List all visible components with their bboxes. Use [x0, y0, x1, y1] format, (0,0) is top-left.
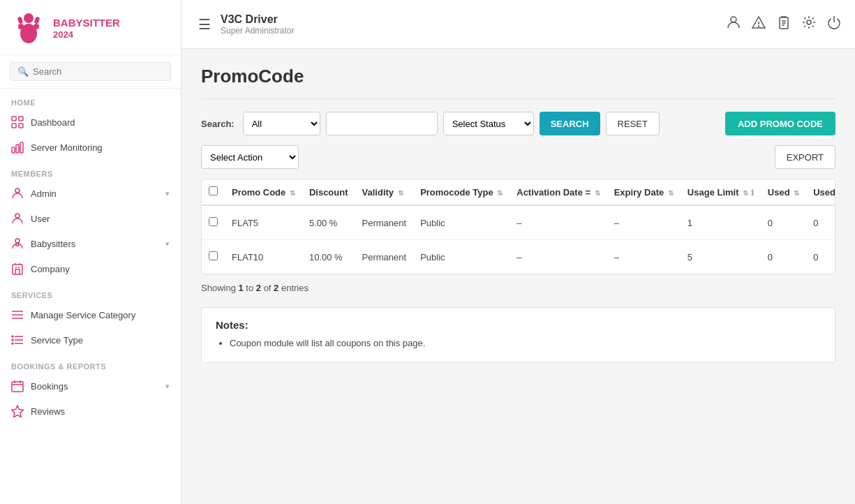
sidebar-item-admin[interactable]: Admin ▾ — [0, 181, 181, 206]
calendar-icon — [11, 380, 24, 392]
notes-list: Coupon module will list all coupons on t… — [216, 338, 821, 348]
sort-icon-usage[interactable]: ⇅ — [743, 189, 748, 197]
svg-point-19 — [12, 339, 13, 341]
reset-button[interactable]: RESET — [606, 112, 660, 135]
sidebar-item-server-monitoring[interactable]: Server Monitoring — [0, 135, 181, 160]
page-title: PromoCode — [201, 66, 835, 87]
td-check-2 — [202, 240, 225, 274]
action-bar: Select Action Delete EXPORT — [201, 145, 835, 169]
search-text-input[interactable] — [326, 112, 438, 135]
svg-rect-9 — [19, 124, 23, 128]
nav-section-home: HOME — [0, 89, 181, 110]
select-all-checkbox[interactable] — [209, 186, 218, 195]
row-checkbox-2[interactable] — [209, 251, 218, 260]
to-label: to — [244, 283, 256, 293]
notes-item-1: Coupon module will list all coupons on t… — [230, 338, 821, 348]
svg-point-20 — [12, 343, 13, 344]
clipboard-icon[interactable] — [777, 15, 791, 33]
babysitters-label: Babysitters — [31, 239, 158, 249]
sidebar-item-manage-service-category[interactable]: Manage Service Category — [0, 302, 181, 327]
table-row: FLAT10 10.00 % Permanent Public – – 5 0 … — [202, 240, 835, 274]
svg-point-13 — [15, 188, 20, 193]
sidebar-item-company[interactable]: Company — [0, 256, 181, 281]
td-promo-code-1: FLAT5 — [225, 205, 302, 240]
sort-icon-used[interactable]: ⇅ — [794, 189, 799, 197]
logo-text: BABYSITTER 2024 — [53, 17, 120, 40]
td-usage-1: 1 — [681, 205, 761, 240]
promo-table-container: Promo Code ⇅ Discount Validity ⇅ Promoco… — [201, 179, 835, 274]
info-icon-usage[interactable]: ℹ — [751, 188, 754, 197]
manage-service-category-label: Manage Service Category — [31, 310, 170, 320]
th-check — [202, 179, 225, 205]
svg-rect-10 — [12, 147, 15, 153]
sort-icon-promo[interactable]: ⇅ — [290, 189, 295, 197]
user-profile-icon[interactable] — [727, 15, 741, 33]
sidebar-item-dashboard[interactable]: Dashboard — [0, 110, 181, 135]
person-badge-icon — [11, 237, 24, 250]
grid-icon — [11, 116, 24, 128]
svg-rect-7 — [19, 117, 23, 121]
sidebar-item-bookings[interactable]: Bookings ▾ — [0, 373, 181, 399]
nav-section-bookings: BOOKINGS & REPORTS — [0, 353, 181, 373]
svg-point-3 — [34, 24, 39, 29]
content-area: PromoCode Search: All Promo Code Discoun… — [181, 49, 855, 504]
search-label: Search: — [201, 119, 235, 129]
nav-section-members: MEMBERS — [0, 160, 181, 181]
svg-rect-6 — [12, 117, 16, 121]
person-icon — [11, 187, 24, 200]
brand-name: BABYSITTER — [53, 17, 120, 29]
sidebar-search-wrap: 🔍 — [0, 55, 181, 89]
topbar: ☰ V3C Driver Super Administrator — [181, 0, 855, 49]
app-subtitle: Super Administrator — [221, 26, 720, 36]
th-promocode-type: Promocode Type ⇅ — [413, 179, 510, 205]
export-button[interactable]: EXPORT — [775, 145, 835, 169]
th-activation-date: Activation Date = ⇅ — [510, 179, 607, 205]
td-type-2: Public — [413, 240, 510, 274]
th-discount: Discount — [302, 179, 355, 205]
td-check-1 — [202, 205, 225, 240]
status-select[interactable]: Select Status Active Inactive — [443, 112, 534, 135]
svg-point-25 — [759, 26, 759, 27]
sidebar-item-service-type[interactable]: Service Type — [0, 327, 181, 353]
table-body: FLAT5 5.00 % Permanent Public – – 1 0 0 … — [202, 205, 835, 274]
menu-button[interactable]: ☰ — [195, 13, 214, 36]
list-check-icon — [11, 309, 24, 321]
search-input[interactable] — [33, 66, 163, 77]
alert-triangle-icon[interactable] — [752, 15, 766, 33]
page-to: 2 — [256, 283, 261, 293]
power-icon[interactable] — [827, 15, 841, 33]
td-expiry-2: – — [607, 240, 681, 274]
action-select[interactable]: Select Action Delete — [201, 145, 299, 169]
search-button[interactable]: SEARCH — [540, 112, 600, 135]
entries-label: entries — [278, 283, 308, 293]
sort-icon-expiry[interactable]: ⇅ — [668, 189, 674, 197]
add-promo-code-button[interactable]: ADD PROMO CODE — [725, 112, 835, 135]
sort-icon-activation[interactable]: ⇅ — [595, 189, 600, 197]
chevron-down-icon-baby: ▾ — [165, 239, 170, 249]
user-label: User — [31, 214, 170, 224]
svg-rect-11 — [16, 144, 19, 153]
admin-label: Admin — [31, 188, 158, 199]
showing-label: Showing — [201, 283, 238, 293]
svg-rect-12 — [20, 142, 23, 153]
title-divider — [201, 98, 835, 99]
sort-icon-type[interactable]: ⇅ — [497, 189, 503, 197]
row-checkbox-1[interactable] — [209, 217, 218, 226]
sidebar-item-user[interactable]: User — [0, 206, 181, 231]
settings-icon[interactable] — [802, 15, 816, 33]
svg-point-15 — [15, 239, 20, 243]
th-usage-limit: Usage Limit ⇅ ℹ — [681, 179, 761, 205]
th-expiry-date: Expiry Date ⇅ — [607, 179, 681, 205]
sidebar-item-babysitters[interactable]: Babysitters ▾ — [0, 231, 181, 256]
sidebar-item-reviews[interactable]: Reviews — [0, 399, 181, 424]
of-label: of — [261, 283, 274, 293]
td-discount-2: 10.00 % — [302, 240, 355, 274]
td-type-1: Public — [413, 205, 510, 240]
sort-icon-validity[interactable]: ⇅ — [398, 189, 403, 197]
td-schedule-1: 0 — [806, 205, 835, 240]
chevron-down-icon: ▾ — [165, 189, 170, 198]
company-label: Company — [31, 264, 170, 274]
svg-point-2 — [18, 24, 24, 29]
filter-select[interactable]: All Promo Code Discount — [243, 112, 320, 135]
td-activation-2: – — [510, 240, 607, 274]
